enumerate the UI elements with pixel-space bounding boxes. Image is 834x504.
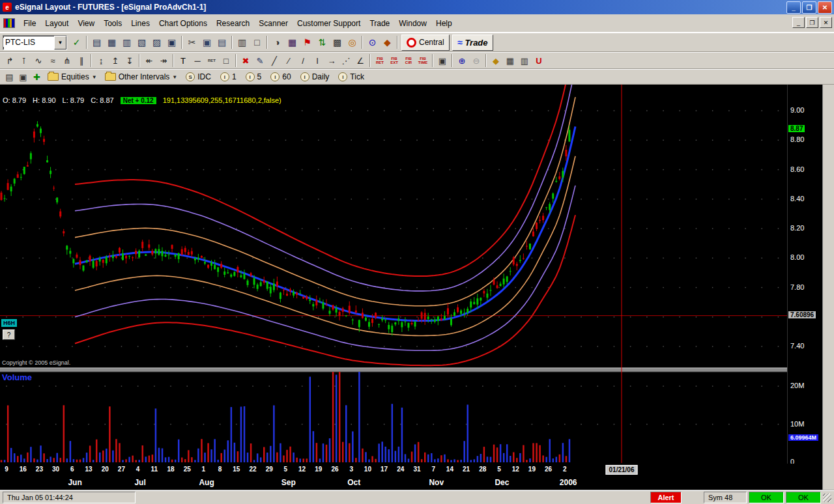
angle-tool-icon[interactable]: ∠ bbox=[353, 54, 367, 68]
symbol-apply-icon[interactable]: ✓ bbox=[69, 35, 84, 49]
equities-dropdown[interactable]: Equities ▼ bbox=[44, 72, 101, 81]
price-axis[interactable]: 9.008.808.608.408.208.007.807.408.877.60… bbox=[787, 85, 823, 464]
horizontal-line-tool-icon[interactable]: ─ bbox=[190, 54, 205, 68]
add-symbol-icon[interactable]: ✚ bbox=[30, 70, 44, 83]
ray-tool-icon[interactable]: ∕ bbox=[281, 54, 296, 68]
key-icon[interactable]: ◆ bbox=[489, 54, 503, 68]
fib-circles-icon[interactable]: FIB CIR bbox=[401, 54, 416, 68]
copy-icon[interactable]: ▣ bbox=[199, 35, 214, 49]
date-tick-label: 8 bbox=[218, 466, 222, 473]
align-bottom-icon[interactable]: ↧ bbox=[122, 54, 137, 68]
step-back-icon[interactable]: ↞ bbox=[142, 54, 156, 68]
link-windows-icon[interactable]: ▣ bbox=[435, 54, 450, 68]
print-preview-icon[interactable]: □ bbox=[250, 35, 265, 49]
mdi-close-button[interactable]: ✕ bbox=[820, 17, 832, 28]
help-button[interactable]: ? bbox=[3, 329, 15, 340]
interval-button-idc[interactable]: SIDC bbox=[181, 70, 216, 83]
menu-scanner[interactable]: Scanner bbox=[254, 17, 293, 30]
detail-window-icon[interactable]: ▧ bbox=[134, 35, 149, 49]
chart-canvas[interactable] bbox=[0, 85, 787, 464]
page-setup-icon[interactable]: ▨ bbox=[149, 35, 164, 49]
resize-grip[interactable] bbox=[823, 494, 831, 502]
paste-icon[interactable]: ▤ bbox=[214, 35, 229, 49]
freehand-tool-icon[interactable]: ∿ bbox=[31, 54, 46, 68]
menu-file[interactable]: File bbox=[19, 17, 40, 30]
cut-icon[interactable]: ✂ bbox=[184, 35, 199, 49]
delete-tool-icon[interactable]: ✖ bbox=[238, 54, 253, 68]
study-tag-badge[interactable]: H6H bbox=[1, 319, 17, 327]
channel-tool-icon[interactable]: ∥ bbox=[74, 54, 89, 68]
maximize-button[interactable]: ❐ bbox=[802, 1, 816, 14]
distribute-bars-icon[interactable]: ↨ bbox=[94, 54, 108, 68]
interval-button-tick[interactable]: ITick bbox=[334, 70, 369, 83]
pin-tool-icon[interactable]: ⊺ bbox=[17, 54, 31, 68]
zoom-out-icon[interactable]: ⊖ bbox=[469, 54, 483, 68]
underline-icon[interactable]: U bbox=[532, 54, 546, 68]
print-chart-icon[interactable]: ▤ bbox=[3, 70, 16, 83]
sort-arrows-icon[interactable]: ⇅ bbox=[315, 35, 330, 49]
date-axis[interactable]: 9162330613202741118251815222951219263101… bbox=[0, 464, 822, 477]
new-page-icon[interactable]: ▤ bbox=[89, 35, 104, 49]
parallel-lines-tool-icon[interactable]: ⋰ bbox=[339, 54, 353, 68]
market-grid-icon[interactable]: ▦ bbox=[285, 35, 300, 49]
align-top-icon[interactable]: ↥ bbox=[108, 54, 122, 68]
search-icon[interactable]: ⊙ bbox=[365, 35, 380, 49]
alert-indicator[interactable]: Alert bbox=[650, 492, 682, 503]
fib-time-icon[interactable]: FIB TIME bbox=[416, 54, 430, 68]
symbol-dropdown-icon[interactable]: ▼ bbox=[54, 36, 66, 49]
symbol-input[interactable] bbox=[3, 38, 54, 47]
zoom-in-icon[interactable]: ⊕ bbox=[455, 54, 469, 68]
cursor-tool-icon[interactable]: ↱ bbox=[3, 54, 17, 68]
pitchfork-tool-icon[interactable]: ⋔ bbox=[60, 54, 74, 68]
menu-view[interactable]: View bbox=[73, 17, 99, 30]
alert-flag-icon[interactable]: ⚑ bbox=[300, 35, 315, 49]
trade-button[interactable]: ≈ Trade bbox=[452, 35, 493, 51]
menu-customer-support[interactable]: Customer Support bbox=[293, 17, 365, 30]
menu-window[interactable]: Window bbox=[394, 17, 431, 30]
copy-chart-icon[interactable]: ▣ bbox=[16, 70, 30, 83]
grid-style-icon[interactable]: ▦ bbox=[503, 54, 517, 68]
zigzag-tool-icon[interactable]: ≈ bbox=[46, 54, 60, 68]
menu-chart-options[interactable]: Chart Options bbox=[154, 17, 212, 30]
print-icon[interactable]: ▥ bbox=[235, 35, 250, 49]
quote-book-icon[interactable]: ▥ bbox=[517, 54, 532, 68]
menu-help[interactable]: Help bbox=[431, 17, 457, 30]
new-chart-icon[interactable]: ▦ bbox=[104, 35, 119, 49]
properties-tool-icon[interactable]: □ bbox=[219, 54, 233, 68]
bell-icon[interactable]: ◎ bbox=[345, 35, 360, 49]
save-layout-icon[interactable]: ▣ bbox=[164, 35, 179, 49]
menu-layout[interactable]: Layout bbox=[40, 17, 73, 30]
other-intervals-dropdown[interactable]: Other Intervals ▼ bbox=[101, 72, 182, 81]
fib-retracement-icon[interactable]: FIB RET bbox=[373, 54, 387, 68]
menu-trade[interactable]: Trade bbox=[365, 17, 394, 30]
menu-tools[interactable]: Tools bbox=[99, 17, 126, 30]
time-sales-icon[interactable]: ◑ bbox=[270, 35, 285, 49]
minimize-button[interactable]: _ bbox=[786, 1, 801, 14]
interval-grid-icon[interactable]: ▩ bbox=[330, 35, 345, 49]
hotlist-icon[interactable]: ◆ bbox=[380, 35, 395, 49]
interval-button-1[interactable]: I1 bbox=[216, 70, 241, 83]
mdi-minimize-button[interactable]: _ bbox=[792, 17, 805, 28]
symbol-combo[interactable]: ▼ bbox=[3, 35, 67, 50]
menu-research[interactable]: Research bbox=[212, 17, 254, 30]
central-button[interactable]: Central bbox=[401, 35, 450, 51]
extended-line-tool-icon[interactable]: / bbox=[296, 54, 310, 68]
interval-button-daily[interactable]: IDaily bbox=[296, 70, 334, 83]
date-tick-label: 28 bbox=[479, 466, 486, 473]
title-bar[interactable]: e eSignal Layout - FUTURES - [eSignal Pr… bbox=[0, 0, 834, 14]
quote-window-icon[interactable]: ▥ bbox=[119, 35, 134, 49]
text-tool-icon[interactable]: T bbox=[176, 54, 190, 68]
pencil-tool-icon[interactable]: ✎ bbox=[253, 54, 267, 68]
month-label-sep: Sep bbox=[281, 478, 296, 487]
vertical-line-tool-icon[interactable]: I bbox=[310, 54, 324, 68]
close-button[interactable]: ✕ bbox=[818, 1, 832, 14]
trendline-tool-icon[interactable]: ╱ bbox=[267, 54, 281, 68]
retracement-tool-icon[interactable]: RET bbox=[205, 54, 219, 68]
fib-extension-icon[interactable]: FIB EXT bbox=[387, 54, 401, 68]
step-forward-icon[interactable]: ↠ bbox=[156, 54, 171, 68]
interval-button-60[interactable]: I60 bbox=[266, 70, 295, 83]
arrow-tool-icon[interactable]: → bbox=[324, 54, 339, 68]
mdi-restore-button[interactable]: ❐ bbox=[806, 17, 818, 28]
menu-lines[interactable]: Lines bbox=[126, 17, 154, 30]
interval-button-5[interactable]: I5 bbox=[241, 70, 266, 83]
